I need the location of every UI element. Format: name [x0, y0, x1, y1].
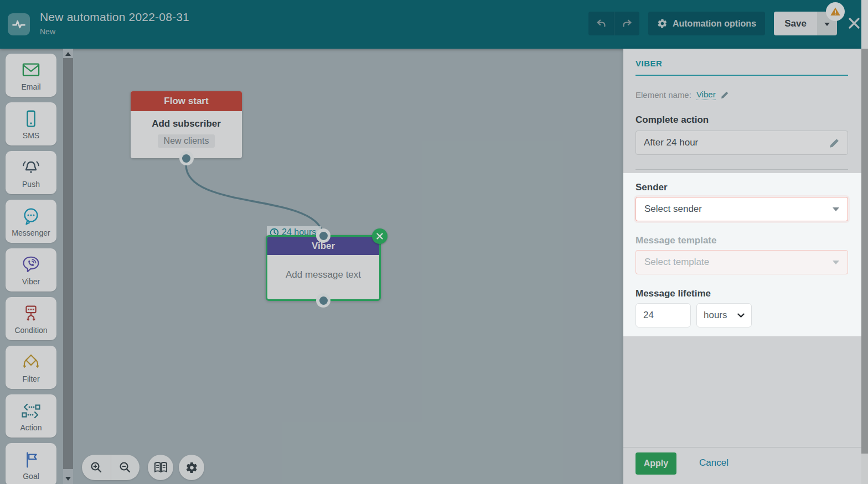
save-label: Save — [784, 18, 807, 29]
lifetime-value-input[interactable] — [636, 303, 691, 327]
chevron-down-icon — [833, 207, 839, 211]
top-header: New automation 2022-08-31 New Automation… — [0, 0, 868, 49]
sidebar-item-label: Viber — [22, 277, 40, 286]
elements-sidebar: Email SMS Push — [0, 49, 62, 484]
history-buttons — [588, 12, 639, 35]
filter-icon — [20, 352, 42, 373]
sidebar-item-label: SMS — [23, 131, 39, 140]
viber-node-placeholder: Add message text — [267, 269, 379, 280]
delete-node-button[interactable] — [372, 228, 388, 244]
pulse-icon — [11, 17, 27, 32]
sidebar-item-label: Push — [22, 180, 40, 189]
zoom-out-button[interactable] — [111, 455, 140, 480]
sms-icon — [20, 108, 42, 129]
scroll-down-icon[interactable] — [65, 477, 71, 481]
zoom-in-button[interactable] — [82, 455, 111, 480]
sender-settings-section: Sender Select sender Message template Se… — [623, 173, 861, 336]
scroll-up-icon[interactable] — [65, 52, 71, 56]
page-subtitle: New — [40, 27, 55, 36]
apply-button[interactable]: Apply — [636, 452, 676, 475]
complete-action-label: Complete action — [636, 115, 709, 126]
flow-canvas[interactable]: Flow start Add subscriber New clients 24… — [73, 49, 623, 484]
edit-pencil-icon[interactable] — [721, 91, 729, 99]
sidebar-item-filter[interactable]: Filter — [6, 346, 56, 389]
sidebar-item-label: Messenger — [12, 228, 50, 237]
undo-icon — [595, 18, 607, 30]
condition-icon — [20, 303, 42, 324]
automation-options-label: Automation options — [673, 19, 756, 29]
message-template-select: Select template — [636, 250, 848, 274]
complete-action-value: After 24 hour — [644, 137, 698, 148]
sidebar-item-email[interactable]: Email — [6, 54, 56, 97]
lifetime-unit-value: hours — [704, 310, 727, 321]
book-icon — [154, 461, 168, 473]
panel-title: VIBER — [636, 59, 662, 68]
sidebar-item-push[interactable]: Push — [6, 151, 56, 194]
zoom-out-icon — [118, 461, 132, 474]
gear-icon — [185, 461, 198, 474]
sender-select-value: Select sender — [644, 204, 702, 215]
zoom-in-icon — [90, 461, 103, 474]
lifetime-unit-select[interactable]: hours — [696, 303, 752, 327]
element-settings-panel: VIBER Element name: Viber Complete actio… — [623, 49, 861, 484]
panel-title-divider — [636, 75, 848, 76]
sidebar-item-label: Filter — [22, 374, 39, 383]
email-icon — [20, 60, 42, 81]
message-template-label: Message template — [636, 235, 716, 246]
viber-input-connector[interactable] — [316, 228, 330, 243]
template-select-value: Select template — [644, 257, 709, 268]
close-icon — [848, 17, 861, 30]
close-editor-button[interactable] — [846, 15, 862, 32]
page-title: New automation 2022-08-31 — [40, 11, 189, 24]
sidebar-item-sms[interactable]: SMS — [6, 102, 56, 145]
sidebar-item-condition[interactable]: Condition — [6, 297, 56, 340]
sidebar-item-label: Condition — [14, 326, 47, 335]
sidebar-item-messenger[interactable]: Messenger — [6, 200, 56, 243]
sidebar-item-label: Action — [20, 423, 42, 432]
page-scrollbar[interactable] — [861, 0, 868, 484]
flow-start-header: Flow start — [131, 91, 242, 111]
viber-node-selected[interactable]: Viber Add message text — [266, 235, 381, 301]
undo-button[interactable] — [588, 12, 614, 35]
sidebar-item-viber[interactable]: Viber — [6, 248, 56, 292]
save-warning-badge — [826, 2, 845, 21]
save-button[interactable]: Save — [774, 12, 817, 35]
canvas-settings-button[interactable] — [179, 455, 204, 480]
gear-icon — [657, 18, 668, 29]
automation-options-button[interactable]: Automation options — [648, 12, 765, 35]
sidebar-scrollbar-thumb[interactable] — [63, 58, 73, 469]
chevron-down-icon — [824, 23, 830, 26]
push-bell-icon — [20, 157, 42, 178]
sender-label: Sender — [636, 182, 668, 193]
close-icon — [376, 233, 383, 240]
flow-start-node[interactable]: Flow start Add subscriber New clients — [131, 91, 242, 158]
cancel-link[interactable]: Cancel — [699, 457, 728, 469]
flow-start-subtitle: Add subscriber — [131, 118, 242, 129]
element-name-value[interactable]: Viber — [696, 90, 716, 100]
messenger-icon — [20, 206, 42, 227]
sidebar-scrollbar[interactable] — [63, 49, 73, 484]
sidebar-item-goal[interactable]: Goal — [6, 443, 56, 484]
viber-output-connector[interactable] — [316, 293, 330, 308]
action-icon — [20, 400, 42, 421]
complete-action-field[interactable]: After 24 hour — [636, 131, 848, 155]
sidebar-item-label: Email — [21, 82, 40, 91]
sender-select[interactable]: Select sender — [636, 197, 848, 221]
element-name-row: Element name: Viber — [636, 90, 729, 100]
redo-button[interactable] — [614, 12, 639, 35]
automation-editor: New automation 2022-08-31 New Automation… — [0, 0, 868, 484]
zoom-controls — [82, 455, 140, 480]
message-lifetime-label: Message lifetime — [636, 288, 711, 299]
chevron-down-icon — [833, 261, 839, 264]
page-scrollbar-thumb[interactable] — [861, 49, 868, 454]
sidebar-item-label: Goal — [23, 472, 39, 481]
warning-icon — [830, 6, 841, 17]
chevron-down-icon — [737, 313, 745, 318]
map-overview-button[interactable] — [148, 455, 173, 480]
section-divider — [636, 169, 848, 170]
app-logo — [8, 13, 30, 35]
flow-start-output-connector[interactable] — [179, 151, 194, 165]
element-name-label: Element name: — [636, 90, 691, 100]
edit-pencil-icon[interactable] — [829, 138, 840, 148]
sidebar-item-action[interactable]: Action — [6, 394, 56, 438]
